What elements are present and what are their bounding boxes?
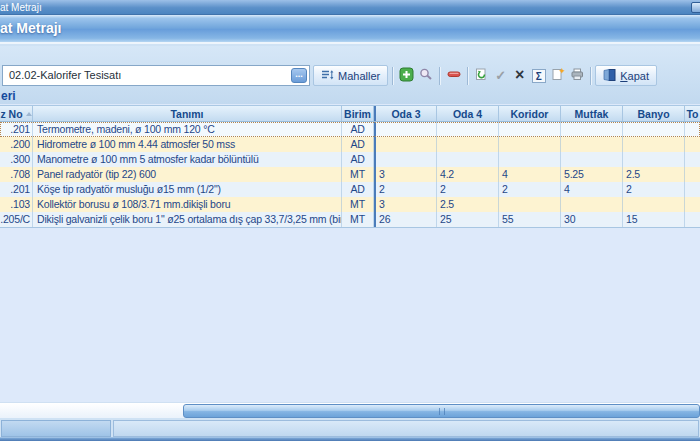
column-header-koridor[interactable]: Koridor <box>499 106 561 121</box>
column-header-poz-no[interactable]: z No <box>0 106 33 121</box>
tesisat-select[interactable]: 02.02-Kalorifer Tesisatı ... <box>2 65 310 86</box>
column-header-toplam[interactable]: To <box>685 106 700 121</box>
cell-oda4[interactable] <box>437 122 499 137</box>
cell-koridor[interactable]: 4 <box>499 167 561 182</box>
cell-toplam[interactable] <box>685 137 700 152</box>
table-row[interactable]: .300 Manometre ø 100 mm 5 atmosfer kadar… <box>0 152 700 167</box>
refresh-button[interactable] <box>472 65 491 86</box>
table-row[interactable]: .201 Termometre, madeni, ø 100 mm 120 °C… <box>0 122 700 137</box>
cell-banyo[interactable] <box>623 137 685 152</box>
cell-koridor[interactable] <box>499 137 561 152</box>
cell-oda3[interactable]: 3 <box>376 167 437 182</box>
tesisat-select-value: 02.02-Kalorifer Tesisatı <box>9 66 121 85</box>
column-header-tanimi[interactable]: Tanımı <box>33 106 342 121</box>
page-header: at Metrajı <box>0 15 700 44</box>
kapat-label: Kapat <box>620 70 649 82</box>
cell-mutfak[interactable]: 5.25 <box>561 167 623 182</box>
ellipsis-button[interactable]: ... <box>291 68 307 83</box>
cell-mutfak[interactable] <box>561 137 623 152</box>
cell-oda3[interactable]: 26 <box>376 212 437 227</box>
status-panel-left <box>1 420 111 437</box>
toolbar-separator <box>439 67 440 85</box>
cell-oda3[interactable] <box>376 152 437 167</box>
cell-koridor[interactable] <box>499 152 561 167</box>
page-title: at Metrajı <box>0 15 61 42</box>
delete-button[interactable] <box>444 65 463 86</box>
cell-oda4[interactable]: 4.2 <box>437 167 499 182</box>
cell-mutfak[interactable] <box>561 197 623 212</box>
print-icon <box>570 68 584 84</box>
exit-door-icon <box>603 69 616 83</box>
mahaller-button[interactable]: Mahaller <box>313 65 388 86</box>
horizontal-scrollbar[interactable] <box>0 402 700 418</box>
column-header-label: Oda 3 <box>391 108 420 120</box>
column-header-label: Oda 4 <box>453 108 482 120</box>
table-row[interactable]: .205/C Dikişli galvanizli çelik boru 1" … <box>0 212 700 227</box>
print-button[interactable] <box>567 65 586 86</box>
cell-oda3[interactable] <box>376 122 437 137</box>
cell-toplam[interactable] <box>685 212 700 227</box>
cell-banyo[interactable]: 2.5 <box>623 167 685 182</box>
cell-oda4[interactable] <box>437 137 499 152</box>
cell-toplam[interactable] <box>685 122 700 137</box>
cell-oda3[interactable]: 3 <box>376 197 437 212</box>
column-header-mutfak[interactable]: Mutfak <box>561 106 623 121</box>
cell-birim: MT <box>342 212 374 227</box>
cell-oda4[interactable]: 25 <box>437 212 499 227</box>
cell-mutfak[interactable]: 30 <box>561 212 623 227</box>
cell-banyo[interactable]: 2 <box>623 182 685 197</box>
cell-toplam[interactable] <box>685 167 700 182</box>
cell-banyo[interactable]: 15 <box>623 212 685 227</box>
cell-koridor[interactable] <box>499 122 561 137</box>
cell-banyo[interactable] <box>623 197 685 212</box>
column-header-oda3[interactable]: Oda 3 <box>376 106 437 121</box>
cell-banyo[interactable] <box>623 152 685 167</box>
cell-mutfak[interactable] <box>561 122 623 137</box>
cell-oda3[interactable] <box>376 137 437 152</box>
cell-tanimi: Dikişli galvanizli çelik boru 1" ø25 ort… <box>33 212 342 227</box>
cell-koridor[interactable]: 2 <box>499 182 561 197</box>
cell-koridor[interactable]: 55 <box>499 212 561 227</box>
cell-banyo[interactable] <box>623 122 685 137</box>
table-row[interactable]: .103 Kollektör borusu ø 108/3.71 mm.diki… <box>0 197 700 212</box>
cell-oda3[interactable]: 2 <box>376 182 437 197</box>
confirm-button[interactable] <box>491 65 510 86</box>
table-zone: z No Tanımı Birim Oda 3 Oda 4 Koridor Mu… <box>0 104 700 402</box>
cell-mutfak[interactable]: 4 <box>561 182 623 197</box>
cell-poz-no: .300 <box>0 152 33 167</box>
toolbar-separator <box>392 67 393 85</box>
cell-tanimi: Manometre ø 100 mm 5 atmosfer kadar bölü… <box>33 152 342 167</box>
cell-toplam[interactable] <box>685 152 700 167</box>
cancel-button[interactable] <box>510 65 529 86</box>
cell-poz-no: .201 <box>0 122 33 137</box>
cell-toplam[interactable] <box>685 182 700 197</box>
table-row[interactable]: .200 Hidrometre ø 100 mm 4.44 atmosfer 5… <box>0 137 700 152</box>
cell-toplam[interactable] <box>685 197 700 212</box>
column-header-birim[interactable]: Birim <box>342 106 374 121</box>
cell-birim: MT <box>342 197 374 212</box>
search-button[interactable] <box>416 65 435 86</box>
column-header-banyo[interactable]: Banyo <box>623 106 685 121</box>
cell-birim: AD <box>342 152 374 167</box>
add-button[interactable] <box>397 65 416 86</box>
cell-mutfak[interactable] <box>561 152 623 167</box>
search-icon <box>419 68 433 84</box>
table-row[interactable]: .708 Panel radyatör (tip 22) 600 MT 3 4.… <box>0 167 700 182</box>
kapat-button[interactable]: Kapat <box>595 65 657 86</box>
sum-button[interactable]: Σ <box>529 65 548 86</box>
toolbar-separator <box>467 67 468 85</box>
scrollbar-thumb[interactable] <box>183 404 700 418</box>
section-title: eri <box>1 89 16 103</box>
cell-oda4[interactable]: 2.5 <box>437 197 499 212</box>
cell-koridor[interactable] <box>499 197 561 212</box>
window-control-button[interactable] <box>691 2 700 13</box>
copy-button[interactable] <box>548 65 567 86</box>
status-panel-right <box>113 420 699 437</box>
cell-oda4[interactable]: 2 <box>437 182 499 197</box>
column-header-oda4[interactable]: Oda 4 <box>437 106 499 121</box>
cell-poz-no: .201 <box>0 182 33 197</box>
table-row[interactable]: .201 Köşe tip radyatör musluğu ø15 mm (1… <box>0 182 700 197</box>
cell-tanimi: Köşe tip radyatör musluğu ø15 mm (1/2") <box>33 182 342 197</box>
status-bar <box>0 420 700 437</box>
cell-oda4[interactable] <box>437 152 499 167</box>
